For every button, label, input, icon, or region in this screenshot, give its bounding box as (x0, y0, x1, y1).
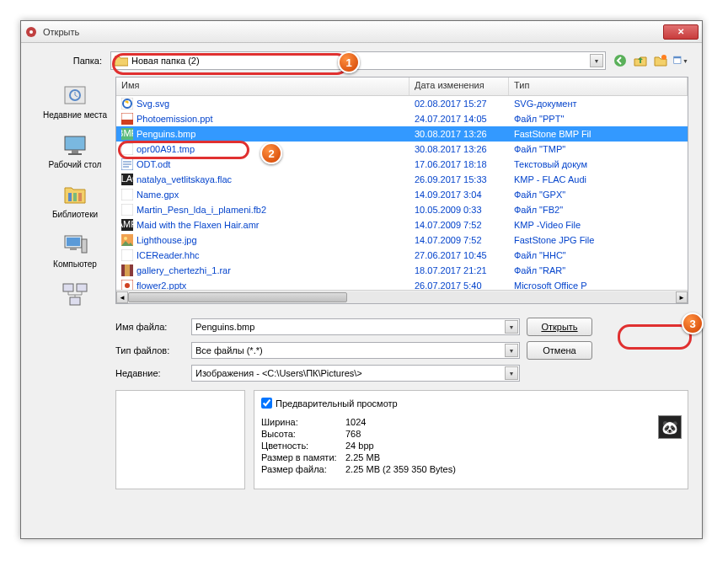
open-button[interactable]: Открыть (527, 318, 592, 336)
file-date: 14.09.2017 3:04 (410, 190, 509, 200)
scrollbar-thumb[interactable] (128, 292, 347, 302)
file-name: gallery_chertezhi_1.rar (136, 265, 231, 275)
folder-icon (115, 55, 128, 67)
close-button[interactable]: ✕ (663, 24, 699, 40)
recent-dropdown[interactable]: ▼ (505, 366, 518, 380)
recent-label: Недавние: (115, 368, 191, 378)
app-icon (24, 25, 38, 39)
horizontal-scrollbar[interactable]: ◄ ► (116, 290, 688, 303)
file-row[interactable]: ICEReader.hhc27.06.2017 10:45Файл "HHC" (116, 248, 688, 263)
svg-point-3 (661, 55, 666, 60)
file-icon (121, 98, 133, 110)
svg-rect-8 (65, 136, 85, 150)
column-name[interactable]: Имя (116, 77, 410, 95)
scroll-left-arrow[interactable]: ◄ (116, 291, 128, 303)
file-name: Svg.svg (136, 99, 169, 109)
file-list: Имя Дата изменения Тип Svg.svg02.08.2017… (115, 77, 688, 304)
svg-rect-31 (121, 204, 133, 216)
file-type: SVG-документ (509, 99, 688, 109)
cancel-button[interactable]: Отмена (527, 341, 592, 360)
preview-thumbnail (115, 390, 245, 489)
new-folder-icon[interactable] (653, 53, 668, 68)
back-icon[interactable] (613, 53, 628, 68)
file-row[interactable]: Photoemission.ppt24.07.2017 14:05Файл "P… (116, 111, 688, 126)
up-icon[interactable] (633, 53, 648, 68)
svg-rect-5 (674, 56, 681, 58)
file-name: Photoemission.ppt (136, 114, 213, 124)
svg-rect-19 (77, 284, 87, 291)
file-row[interactable]: FLACnatalya_vetlitskaya.flac26.09.2017 1… (116, 172, 688, 187)
network-icon (62, 280, 88, 307)
file-type: FastStone JPG File (509, 235, 688, 245)
file-row[interactable]: gallery_chertezhi_1.rar18.07.2017 21:21Ф… (116, 263, 688, 278)
svg-rect-15 (67, 238, 80, 246)
filetype-combo[interactable]: Все файлы (*.*) ▼ (191, 342, 520, 359)
file-name: Penguins.bmp (136, 129, 195, 139)
view-menu-icon[interactable]: ▼ (673, 53, 688, 68)
file-name: ODT.odt (136, 159, 170, 169)
folder-value: Новая папка (2) (131, 56, 200, 66)
place-recent[interactable]: Недавние места (41, 78, 109, 123)
svg-rect-26 (121, 143, 133, 155)
file-name: flower2.pptx (136, 280, 186, 290)
preview-checkbox[interactable] (261, 398, 272, 409)
file-type: Файл "PPT" (509, 114, 688, 124)
file-icon (121, 143, 133, 155)
file-list-header: Имя Дата изменения Тип (116, 77, 688, 96)
window-title: Открыть (43, 27, 663, 37)
scroll-right-arrow[interactable]: ► (676, 291, 688, 303)
svg-rect-16 (82, 239, 87, 253)
chevron-down-icon: ▼ (509, 371, 515, 377)
file-row[interactable]: Martin_Pesn_lda_i_plameni.fb210.05.2009 … (116, 202, 688, 217)
column-type[interactable]: Тип (509, 77, 688, 95)
svg-point-35 (124, 237, 127, 240)
file-icon (121, 204, 133, 216)
file-row[interactable]: AMRMaid with the Flaxen Hair.amr14.07.20… (116, 217, 688, 232)
column-date[interactable]: Дата изменения (410, 77, 509, 95)
recent-combo[interactable]: Изображения - <C:\Users\ПК\Pictures\> ▼ (191, 365, 520, 382)
file-type: Файл "HHC" (509, 250, 688, 260)
svg-rect-36 (121, 249, 133, 261)
filetype-dropdown[interactable]: ▼ (505, 344, 518, 357)
file-icon: AMR (121, 219, 133, 231)
titlebar[interactable]: Открыть ✕ (21, 21, 702, 43)
place-network[interactable] (60, 277, 90, 313)
svg-text:AMR: AMR (121, 219, 133, 229)
file-icon (121, 234, 133, 246)
file-row[interactable]: BMPPenguins.bmp30.08.2017 13:26FastStone… (116, 126, 688, 142)
file-type: Текстовый докум (509, 159, 688, 169)
file-row[interactable]: ODT.odt17.06.2017 18:18Текстовый докум (116, 157, 688, 172)
preview-area: Предварительный просмотр Ширина:1024 Выс… (115, 390, 688, 489)
filename-combo[interactable]: Penguins.bmp ▼ (191, 318, 520, 335)
file-row[interactable]: flower2.pptx26.07.2017 5:40Microsoft Off… (116, 278, 688, 290)
file-name: natalya_vetlitskaya.flac (136, 174, 232, 184)
place-desktop[interactable]: Рабочий стол (47, 128, 104, 173)
filename-dropdown[interactable]: ▼ (505, 320, 518, 334)
file-list-body[interactable]: Svg.svg02.08.2017 15:27SVG-документPhoto… (116, 96, 688, 290)
svg-point-40 (125, 283, 130, 288)
file-date: 17.06.2017 18:18 (410, 159, 509, 169)
chevron-down-icon: ▼ (682, 58, 688, 64)
file-type: FastStone BMP Fil (509, 129, 688, 139)
file-date: 30.08.2017 13:26 (410, 129, 509, 139)
place-computer[interactable]: Компьютер (51, 227, 99, 272)
filetype-value: Все файлы (*.*) (195, 345, 263, 355)
file-row[interactable]: Lighthouse.jpg14.07.2009 7:52FastStone J… (116, 232, 688, 248)
folder-combo[interactable]: Новая папка (2) ▼ (110, 51, 606, 70)
place-libraries[interactable]: Библиотеки (51, 178, 99, 222)
file-date: 26.09.2017 15:33 (410, 174, 509, 184)
file-row[interactable]: opr00A91.tmp30.08.2017 13:26Файл "TMP" (116, 142, 688, 157)
file-name: Maid with the Flaxen Hair.amr (136, 220, 260, 230)
file-date: 26.07.2017 5:40 (410, 280, 509, 290)
folder-dropdown-arrow[interactable]: ▼ (590, 54, 603, 67)
preview-check-label: Предварительный просмотр (276, 398, 398, 409)
desktop-icon (62, 131, 88, 158)
svg-rect-38 (125, 264, 130, 276)
file-row[interactable]: Svg.svg02.08.2017 15:27SVG-документ (116, 96, 688, 111)
file-row[interactable]: Name.gpx14.09.2017 3:04Файл "GPX" (116, 187, 688, 202)
file-icon: BMP (121, 128, 133, 140)
file-date: 18.07.2017 21:21 (410, 265, 509, 275)
file-date: 24.07.2017 14:05 (410, 114, 509, 124)
computer-icon (62, 231, 88, 258)
file-name: ICEReader.hhc (136, 250, 200, 260)
